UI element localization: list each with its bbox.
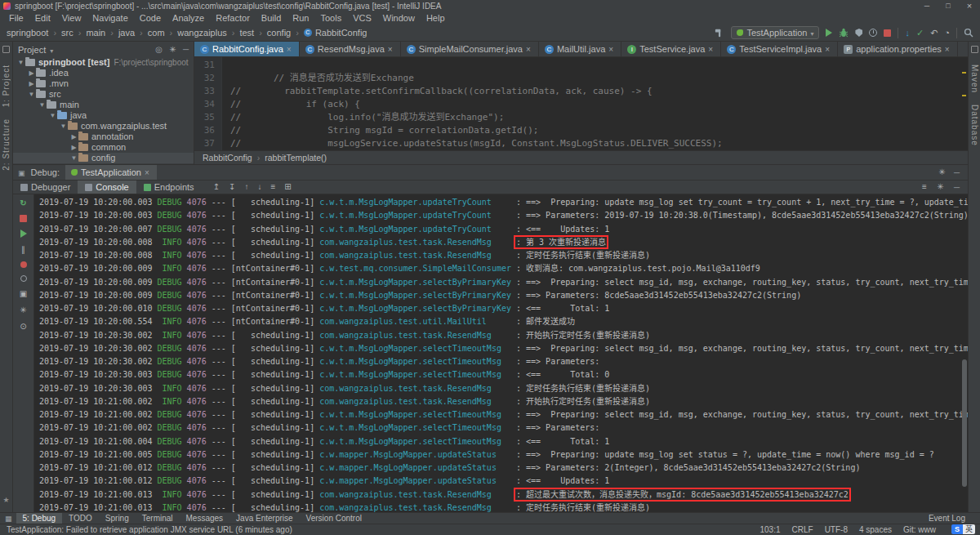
session-close-icon[interactable] [145, 167, 151, 177]
console-log-line[interactable]: 2019-07-19 10:20:00.010DEBUG4076---ntCon… [39, 302, 968, 315]
hide-panel-icon[interactable] [183, 45, 189, 54]
tab-close-icon[interactable] [825, 44, 831, 54]
log-logger-link[interactable]: c.w.t.m.MsgLogMapper.selectByPrimaryKey [319, 276, 511, 289]
tree-toggle-icon[interactable]: ▶ [27, 78, 36, 89]
menu-item[interactable]: Window [377, 12, 421, 25]
project-tree-item[interactable]: ▶.mvn [13, 78, 194, 89]
collapse-icon[interactable] [954, 183, 960, 192]
vcs-commit-button[interactable] [916, 29, 924, 38]
tab-close-icon[interactable] [287, 44, 293, 54]
log-logger-link[interactable]: c.w.t.m.MsgLogMapper.updateTryCount [319, 209, 511, 222]
run-button[interactable] [826, 29, 832, 37]
breadcrumb-item[interactable]: src [48, 28, 73, 38]
console-log-line[interactable]: 2019-07-19 10:21:00.013INFO4076---schedu… [39, 488, 968, 502]
log-logger-link[interactable]: com.wangzaiplus.test.task.ResendMsg [319, 236, 511, 249]
next-occurrence-icon[interactable] [257, 183, 261, 191]
editor-tab[interactable]: Papplication.properties [838, 42, 958, 56]
console-log-line[interactable]: 2019-07-19 10:20:00.009INFO4076---ntCont… [39, 262, 968, 275]
log-logger-link[interactable]: c.w.t.m.MsgLogMapper.selectTimeoutMsg [319, 421, 511, 435]
warning-mark[interactable] [962, 72, 966, 74]
debug-view-tab[interactable]: Debugger [13, 181, 78, 194]
scroll-to-bottom-icon[interactable] [229, 183, 235, 191]
breadcrumb-item[interactable]: com [135, 28, 164, 38]
close-button[interactable] [959, 0, 980, 12]
console-log-line[interactable]: 2019-07-19 10:20:30.002DEBUG4076---sched… [39, 342, 968, 355]
layout-menu-icon[interactable] [922, 183, 927, 191]
breadcrumb-item[interactable]: test [227, 28, 254, 38]
tree-toggle-icon[interactable]: ▼ [16, 57, 25, 68]
menu-item[interactable]: Analyze [167, 12, 210, 25]
console-log-line[interactable]: 2019-07-19 10:20:30.003DEBUG4076---sched… [39, 368, 968, 381]
menu-item[interactable]: Navigate [87, 12, 133, 25]
scrollbar-thumb[interactable] [962, 359, 967, 487]
log-logger-link[interactable]: c.w.mapper.MsgLogMapper.updateStatus [319, 448, 511, 461]
chevron-down-icon[interactable] [50, 45, 53, 55]
console-log-line[interactable]: 2019-07-19 10:20:00.008INFO4076---schedu… [39, 249, 968, 262]
profiler-button[interactable] [869, 29, 877, 37]
debug-bug-button[interactable] [839, 28, 849, 38]
log-logger-link[interactable]: com.wangzaiplus.test.task.ResendMsg [319, 395, 511, 408]
project-tree-item[interactable]: ▼springboot [test]F:\project\springboot [13, 57, 194, 68]
log-logger-link[interactable]: c.w.t.m.MsgLogMapper.selectTimeoutMsg [319, 408, 511, 421]
menu-item[interactable]: File [3, 12, 29, 25]
statusbar-item[interactable]: CRLF [792, 525, 813, 534]
menu-item[interactable]: Run [287, 12, 314, 25]
vcs-rollback-button[interactable] [930, 29, 938, 38]
project-tree-item[interactable]: ▼config [13, 153, 194, 163]
console-log-line[interactable]: 2019-07-19 10:21:00.005DEBUG4076---sched… [39, 448, 968, 461]
clear-console-icon[interactable] [284, 183, 291, 191]
project-tree-item[interactable]: ▼java [13, 110, 194, 121]
thread-dump-button[interactable] [19, 289, 28, 298]
toolwindow-button[interactable]: Messages [180, 513, 230, 524]
log-logger-link[interactable]: com.wangzaiplus.test.task.ResendMsg [319, 488, 511, 502]
console-log-line[interactable]: 2019-07-19 10:20:00.003DEBUG4076---sched… [39, 209, 968, 222]
menu-item[interactable]: Tools [314, 12, 347, 25]
toolwindow-button-maven[interactable]: Maven [970, 65, 979, 93]
maximize-button[interactable] [938, 0, 959, 12]
console-log-line[interactable]: 2019-07-19 10:21:00.012DEBUG4076---sched… [39, 475, 968, 488]
log-logger-link[interactable]: c.w.t.m.MsgLogMapper.selectTimeoutMsg [319, 355, 511, 368]
toolwindow-button[interactable]: Version Control [300, 513, 368, 524]
debugger-settings-icon[interactable] [19, 305, 28, 314]
log-logger-link[interactable]: c.w.test.mq.consumer.SimpleMailConsumer [319, 262, 511, 275]
console-log-line[interactable]: 2019-07-19 10:20:00.554INFO4076---ntCont… [39, 315, 968, 328]
tab-close-icon[interactable] [945, 44, 951, 54]
project-tree-item[interactable]: ▼com.wangzaiplus.test [13, 121, 194, 132]
console-log-line[interactable]: 2019-07-19 10:21:00.012DEBUG4076---sched… [39, 461, 968, 475]
debug-view-tab[interactable]: Console [78, 181, 136, 194]
log-logger-link[interactable]: c.w.t.m.MsgLogMapper.updateTryCount [319, 196, 511, 209]
tab-close-icon[interactable] [608, 44, 615, 54]
toolwindow-switcher-icon[interactable] [5, 514, 16, 523]
toolwindow-icon[interactable] [2, 46, 10, 53]
breadcrumb-item[interactable]: RabbitConfig [291, 28, 367, 38]
tab-close-icon[interactable] [388, 44, 394, 54]
console-output[interactable]: 2019-07-19 10:20:00.003DEBUG4076---sched… [34, 194, 968, 512]
tab-close-icon[interactable] [526, 44, 532, 54]
log-logger-link[interactable]: com.wangzaiplus.test.task.ResendMsg [319, 249, 511, 262]
toolwindow-button[interactable]: TODO [62, 513, 99, 524]
project-tree-item[interactable]: ▶annotation [13, 132, 194, 142]
statusbar-item[interactable]: Git: www [903, 525, 936, 534]
project-tree-item[interactable]: ▶common [13, 142, 194, 153]
console-log-line[interactable]: 2019-07-19 10:20:00.007DEBUG4076---sched… [39, 223, 968, 236]
project-panel-title[interactable]: Project [18, 45, 46, 55]
statusbar-item[interactable]: 4 spaces [859, 525, 892, 534]
pin-tab-icon[interactable] [19, 322, 28, 331]
code-editor[interactable]: 3132 // 消息是否成功发送到Exchange33// rabbitTemp… [194, 57, 968, 150]
tree-toggle-icon[interactable]: ▶ [69, 132, 78, 142]
toolwindow-button[interactable]: 5: Debug [16, 513, 63, 524]
rerun-button[interactable] [19, 198, 28, 207]
console-log-line[interactable]: 2019-07-19 10:21:00.004DEBUG4076---sched… [39, 435, 968, 448]
search-everywhere-icon[interactable] [964, 28, 973, 38]
tree-toggle-icon[interactable]: ▼ [69, 153, 78, 163]
project-tree-item[interactable]: ▶.idea [13, 68, 194, 78]
console-log-line[interactable]: 2019-07-19 10:20:00.003DEBUG4076---sched… [39, 196, 968, 209]
menu-item[interactable]: Code [134, 12, 167, 25]
gear-icon[interactable] [168, 45, 177, 54]
resume-button[interactable] [20, 230, 27, 238]
breadcrumb-item[interactable]: java [105, 28, 135, 38]
log-logger-link[interactable]: com.wangzaiplus.test.task.ResendMsg [319, 502, 511, 512]
hide-panel-icon[interactable] [954, 168, 960, 177]
breadcrumb-item[interactable]: wangzaiplus [165, 28, 227, 38]
vcs-history-button[interactable] [944, 29, 950, 38]
